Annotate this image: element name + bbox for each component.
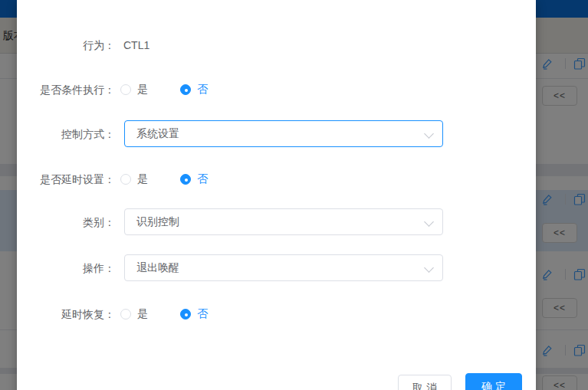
control-mode-select[interactable]: 系统设置 [124, 120, 443, 147]
field-delay-setting: 是否延时设置： 是 否 [17, 166, 536, 193]
confirm-button[interactable]: 确 定 [465, 373, 522, 390]
radio-yes[interactable]: 是 [120, 307, 148, 321]
screen: 版本 << << << << [0, 0, 588, 390]
selected-value: 识别控制 [136, 209, 179, 234]
radio-label: 否 [197, 307, 208, 321]
radio-no[interactable]: 否 [180, 172, 208, 186]
behavior-value: CTL1 [123, 31, 149, 59]
field-delay-recovery: 延时恢复： 是 否 [17, 300, 536, 328]
radio-yes[interactable]: 是 [120, 83, 148, 97]
chevron-down-icon [424, 263, 434, 273]
radio-label: 否 [197, 83, 208, 97]
field-label: 是否条件执行： [17, 76, 115, 103]
radio-label: 否 [197, 172, 208, 186]
radio-label: 是 [137, 307, 148, 321]
edit-behavior-dialog: 行为： CTL1 是否条件执行： 是 否 控制方式： 系统设置 [17, 0, 536, 390]
cancel-button[interactable]: 取 消 [398, 375, 452, 390]
field-behavior: 行为： CTL1 [17, 31, 536, 59]
radio-no[interactable]: 否 [180, 83, 208, 97]
field-label: 是否延时设置： [17, 166, 115, 193]
selected-value: 退出唤醒 [136, 255, 179, 280]
radio-circle-icon [180, 174, 191, 185]
field-operation: 操作： 退出唤醒 [17, 254, 536, 282]
field-label: 行为： [17, 31, 115, 59]
radio-circle-icon [180, 309, 191, 320]
radio-circle-icon [120, 174, 131, 185]
radio-circle-icon [120, 309, 131, 320]
field-conditional-execution: 是否条件执行： 是 否 [17, 76, 536, 103]
radio-circle-icon [180, 84, 191, 95]
radio-label: 是 [137, 172, 148, 186]
field-label: 控制方式： [17, 120, 115, 148]
chevron-down-icon [424, 129, 434, 139]
radio-circle-icon [120, 84, 131, 95]
radio-yes[interactable]: 是 [120, 172, 148, 186]
delay-setting-radio-group: 是 否 [120, 166, 208, 193]
field-label: 类别： [17, 208, 115, 236]
radio-label: 是 [137, 83, 148, 97]
field-label: 操作： [17, 254, 115, 282]
conditional-execution-radio-group: 是 否 [120, 76, 208, 103]
radio-no[interactable]: 否 [180, 307, 208, 321]
chevron-down-icon [424, 217, 434, 227]
selected-value: 系统设置 [136, 121, 179, 146]
delay-recovery-radio-group: 是 否 [120, 300, 208, 328]
field-category: 类别： 识别控制 [17, 208, 536, 236]
category-select[interactable]: 识别控制 [124, 208, 443, 235]
field-control-mode: 控制方式： 系统设置 [17, 120, 536, 148]
field-label: 延时恢复： [17, 300, 115, 328]
operation-select[interactable]: 退出唤醒 [124, 254, 443, 281]
